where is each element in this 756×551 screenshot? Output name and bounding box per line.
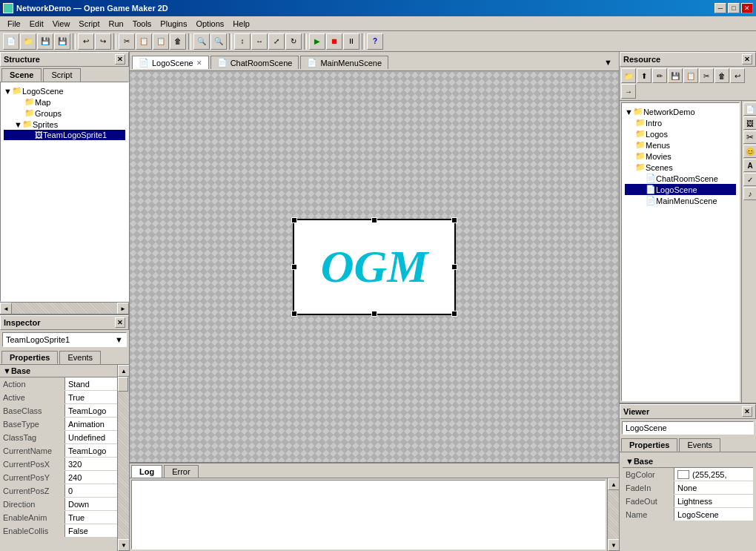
res-tree-networkdemo[interactable]: ▼ 📁 NetworkDemo — [625, 106, 736, 117]
cut-button[interactable]: ✂ — [119, 33, 135, 50]
log-vscroll-up[interactable]: ▲ — [608, 478, 619, 490]
menu-item-view[interactable]: View — [48, 18, 75, 30]
res-btn-redo[interactable]: → — [621, 84, 636, 99]
res-tree-scenes[interactable]: 📁 Scenes — [625, 162, 736, 173]
handle-mr[interactable] — [451, 264, 457, 270]
scene-tab-chatroomscene[interactable]: 📄 ChatRoomScene — [210, 56, 299, 69]
stop-button[interactable]: ⏹ — [326, 33, 342, 50]
log-vscroll-down[interactable]: ▼ — [608, 539, 619, 551]
resource-close-button[interactable]: ✕ — [742, 54, 752, 65]
menu-item-tools[interactable]: Tools — [128, 18, 156, 30]
log-vscroll[interactable]: ▲ ▼ — [607, 478, 619, 551]
sprite-box[interactable]: OGM — [293, 219, 456, 315]
save-all-button[interactable]: 💾 — [54, 33, 70, 50]
structure-close-button[interactable]: ✕ — [115, 54, 125, 65]
menu-item-help[interactable]: Help — [228, 18, 254, 30]
res-icon-emoji[interactable]: 😊 — [743, 145, 756, 158]
undo-button[interactable]: ↩ — [78, 33, 94, 50]
play-button[interactable]: ▶ — [309, 33, 325, 50]
redo-button[interactable]: ↪ — [95, 33, 111, 50]
tree-item-sprites[interactable]: ▼ 📁 Sprites — [4, 119, 125, 130]
menu-item-run[interactable]: Run — [104, 18, 127, 30]
close-button[interactable]: ✕ — [741, 3, 753, 13]
res-btn-save[interactable]: 💾 — [668, 68, 683, 83]
inspector-tab-events[interactable]: Events — [59, 351, 101, 364]
res-btn-copy[interactable]: 📋 — [683, 68, 698, 83]
vscroll-track[interactable] — [118, 377, 129, 539]
res-icon-newfile[interactable]: 📄 — [743, 102, 756, 116]
res-tree-intro[interactable]: 📁 Intro — [625, 117, 736, 128]
tab-script[interactable]: Script — [43, 68, 80, 82]
res-btn-delete[interactable]: 🗑 — [714, 68, 729, 83]
res-tree-chatroomscene[interactable]: 📄 ChatRoomScene — [625, 173, 736, 184]
handle-tr[interactable] — [451, 217, 457, 223]
tool1-button[interactable]: ↕ — [234, 33, 251, 50]
tree-item-map[interactable]: 📁 Map — [4, 96, 125, 108]
tool3-button[interactable]: ⤢ — [268, 33, 285, 50]
res-tree-movies[interactable]: 📁 Movies — [625, 151, 736, 162]
res-tree-mainmenuscene[interactable]: 📄 MainMenuScene — [625, 195, 736, 206]
res-btn-edit[interactable]: ✏ — [652, 68, 667, 83]
zoom-out-button[interactable]: 🔍 — [210, 33, 227, 50]
viewer-tab-properties[interactable]: Properties — [621, 438, 677, 452]
scene-tab-close[interactable]: ✕ — [196, 59, 202, 67]
minimize-button[interactable]: ─ — [714, 3, 726, 13]
tree-item-teamlogosprite1[interactable]: 🖼 TeamLogoSprite1 — [4, 130, 125, 140]
inspector-close-button[interactable]: ✕ — [115, 317, 125, 328]
menu-item-edit[interactable]: Edit — [25, 18, 48, 30]
paste-button[interactable]: 📋 — [153, 33, 169, 50]
handle-tl[interactable] — [291, 217, 297, 223]
handle-ml[interactable] — [291, 264, 297, 270]
log-vscroll-track[interactable] — [608, 490, 619, 539]
vscroll-thumb[interactable] — [118, 377, 128, 392]
inspector-vscroll[interactable]: ▲ ▼ — [117, 365, 129, 551]
handle-br[interactable] — [451, 311, 457, 317]
handle-bm[interactable] — [371, 311, 377, 317]
tool2-button[interactable]: ↔ — [251, 33, 268, 50]
maximize-button[interactable]: □ — [728, 3, 740, 13]
structure-hscroll[interactable]: ◄ ► — [0, 302, 129, 314]
res-btn-up[interactable]: ⬆ — [637, 68, 651, 83]
new-button[interactable]: 📄 — [3, 33, 19, 50]
menu-item-plugins[interactable]: Plugins — [156, 18, 191, 30]
handle-tm[interactable] — [371, 217, 377, 223]
scene-tab-logoscene[interactable]: 📄 LogoScene ✕ — [132, 56, 209, 69]
help-button[interactable]: ? — [367, 33, 383, 50]
hscroll-track[interactable] — [12, 303, 117, 314]
vscroll-down[interactable]: ▼ — [118, 539, 129, 551]
tab-scene[interactable]: Scene — [1, 68, 42, 82]
tree-item-groups[interactable]: 📁 Groups — [4, 108, 125, 119]
copy-button[interactable]: 📋 — [136, 33, 152, 50]
canvas-area[interactable]: OGM — [130, 71, 619, 462]
res-icon-check[interactable]: ✓ — [743, 173, 756, 186]
inspector-tab-properties[interactable]: Properties — [1, 351, 58, 364]
menu-item-file[interactable]: File — [3, 18, 25, 30]
res-tree-menus[interactable]: 📁 Menus — [625, 139, 736, 151]
scene-tab-mainmenuscene[interactable]: 📄 MainMenuScene — [300, 56, 388, 69]
pause-button[interactable]: ⏸ — [343, 33, 359, 50]
res-icon-text[interactable]: A — [743, 159, 756, 172]
res-tree-logoscene[interactable]: 📄 LogoScene — [625, 184, 736, 195]
zoom-in-button[interactable]: 🔍 — [193, 33, 210, 50]
res-tree-logos[interactable]: 📁 Logos — [625, 128, 736, 139]
res-btn-undo[interactable]: ↩ — [730, 68, 745, 83]
inspector-object-select[interactable]: TeamLogoSprite1 ▼ — [2, 332, 127, 347]
log-tab-error[interactable]: Error — [164, 465, 198, 478]
scene-dropdown[interactable]: ▼ — [601, 57, 615, 67]
open-button[interactable]: 📁 — [20, 33, 36, 50]
hscroll-right[interactable]: ► — [117, 303, 129, 314]
log-tab-log[interactable]: Log — [131, 465, 162, 478]
menu-item-options[interactable]: Options — [191, 18, 228, 30]
hscroll-left[interactable]: ◄ — [0, 303, 12, 314]
res-btn-cut[interactable]: ✂ — [699, 68, 714, 83]
menu-item-script[interactable]: Script — [74, 18, 104, 30]
res-icon-music[interactable]: ♪ — [743, 187, 756, 200]
delete-button[interactable]: 🗑 — [170, 33, 186, 50]
inspector-props-scroll[interactable]: ▼ Base Action Stand Active True BaseC — [0, 365, 117, 551]
tree-item-logoscene[interactable]: ▼ 📁 LogoScene — [4, 85, 125, 96]
res-icon-cut[interactable]: ✂ — [743, 131, 756, 144]
res-btn-new[interactable]: 📁 — [621, 68, 636, 83]
vscroll-up[interactable]: ▲ — [118, 365, 129, 377]
viewer-tab-events[interactable]: Events — [679, 438, 720, 452]
save-button[interactable]: 💾 — [37, 33, 53, 50]
